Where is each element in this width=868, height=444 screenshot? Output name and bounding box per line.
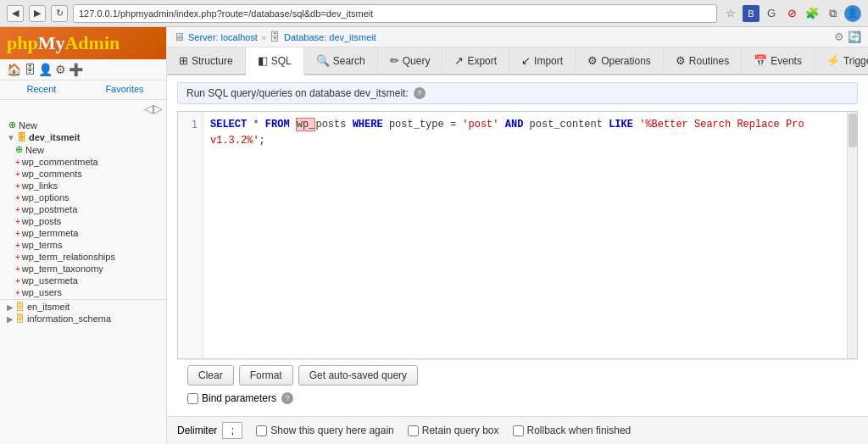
tree-item-label: dev_itsmeit xyxy=(29,132,81,142)
collapse-left-icon[interactable]: ◁ xyxy=(144,102,153,115)
tab-label: Routines xyxy=(689,55,729,67)
retain-query-option: Retain query box xyxy=(408,425,499,436)
url-bar[interactable]: 127.0.0.1/phpmyadmin/index.php?route=/da… xyxy=(73,4,717,23)
sidebar-nav-tabs: Recent Favorites xyxy=(0,80,166,100)
bind-params-help-icon[interactable]: ? xyxy=(281,392,293,404)
list-item[interactable]: + wp_users xyxy=(0,286,166,298)
tab-events[interactable]: 📅 Events xyxy=(742,47,815,74)
expand-icon: ▶ xyxy=(7,314,14,324)
tab-sql[interactable]: ◧ SQL xyxy=(246,47,304,75)
back-button[interactable]: ◀ xyxy=(7,5,24,22)
routines-icon: ⚙ xyxy=(676,54,686,67)
tree-item-label: information_schema xyxy=(27,314,111,324)
scrollbar-thumb xyxy=(849,114,857,147)
settings-icon[interactable]: ⚙ xyxy=(55,63,66,76)
user-icon-sidebar[interactable]: 👤 xyxy=(38,63,53,76)
tab-search[interactable]: 🔍 Search xyxy=(304,47,378,74)
bind-params-label: Bind parameters xyxy=(202,392,276,404)
table-name: posts xyxy=(315,119,346,130)
list-item[interactable]: + wp_termmeta xyxy=(0,227,166,239)
expand-icon: + xyxy=(15,276,20,286)
tab-triggers[interactable]: ⚡ Triggers xyxy=(815,47,868,74)
list-item[interactable]: + wp_postmeta xyxy=(0,203,166,215)
content-area: 🖥 Server: localhost » 🗄 Database: dev_it… xyxy=(167,27,868,444)
sidebar: phpMyAdmin 🏠 🗄 👤 ⚙ ➕ Recent Favorites ◁ … xyxy=(0,27,167,444)
extension-icon[interactable]: 🧩 xyxy=(804,5,821,22)
tab-import[interactable]: ↙ Import xyxy=(509,47,576,74)
list-item[interactable]: + wp_commentmeta xyxy=(0,156,166,168)
expand-icon: + xyxy=(15,181,20,191)
collapse-right-icon[interactable]: ▷ xyxy=(153,102,163,115)
list-item[interactable]: ▼ 🗄 dev_itsmeit xyxy=(0,131,166,143)
retain-query-checkbox[interactable] xyxy=(408,425,419,436)
list-item[interactable]: ▶ 🗄 en_itsmeit xyxy=(0,301,166,313)
tab-label: Structure xyxy=(192,55,233,67)
list-item[interactable]: ⊕ New xyxy=(0,119,166,131)
sql-scrollbar-vertical[interactable] xyxy=(847,112,857,358)
sql-icon: ◧ xyxy=(258,54,268,67)
tree-item-label: wp_term_taxonomy xyxy=(22,264,103,274)
refresh-icon[interactable]: 🔄 xyxy=(848,31,861,43)
tab-label: Import xyxy=(534,55,563,67)
db-icon-sidebar[interactable]: 🗄 xyxy=(24,63,36,76)
show-query-checkbox[interactable] xyxy=(256,425,267,436)
sql-code-textarea[interactable]: SELECT * FROM wp_posts WHERE post_type =… xyxy=(203,112,847,358)
expand-icon: + xyxy=(15,241,20,250)
database-icon: 🗄 xyxy=(17,132,26,142)
tab-routines[interactable]: ⚙ Routines xyxy=(664,47,742,74)
home-icon[interactable]: 🏠 xyxy=(7,63,21,76)
breadcrumb-server[interactable]: Server: localhost xyxy=(188,32,258,42)
menu-icon-b[interactable]: B xyxy=(743,5,760,22)
list-item[interactable]: + wp_term_taxonomy xyxy=(0,263,166,275)
format-button[interactable]: Format xyxy=(239,365,293,386)
list-item[interactable]: + wp_usermeta xyxy=(0,275,166,286)
help-icon[interactable]: ? xyxy=(414,87,426,99)
expand-icon: + xyxy=(15,158,20,167)
window-icon[interactable]: ⧉ xyxy=(824,5,841,22)
tab-export[interactable]: ↗ Export xyxy=(442,47,509,74)
forward-button[interactable]: ▶ xyxy=(29,5,46,22)
tab-favorites[interactable]: Favorites xyxy=(83,80,166,99)
bind-params-checkbox[interactable] xyxy=(187,393,198,404)
list-item[interactable]: ⊕ New xyxy=(0,143,166,156)
bookmark-icon[interactable]: ☆ xyxy=(722,5,739,22)
refresh-button[interactable]: ↻ xyxy=(51,5,68,22)
delimiter-label: Delimiter xyxy=(177,425,217,436)
kw-like: LIKE xyxy=(609,119,633,130)
list-item[interactable]: + wp_links xyxy=(0,180,166,191)
list-item[interactable]: + wp_terms xyxy=(0,239,166,251)
url-text: 127.0.0.1/phpmyadmin/index.php?route=/da… xyxy=(79,8,373,19)
tab-label: Triggers xyxy=(843,55,868,67)
tab-operations[interactable]: ⚙ Operations xyxy=(576,47,664,74)
get-autosaved-button[interactable]: Get auto-saved query xyxy=(298,365,418,386)
list-item[interactable]: ▶ 🗄 information_schema xyxy=(0,313,166,325)
tab-label: Operations xyxy=(601,55,651,67)
bottom-options-bar: Delimiter Show this query here again Ret… xyxy=(167,416,868,444)
resize-handle[interactable]: ↘ xyxy=(847,359,857,360)
tree-item-label: wp_users xyxy=(22,287,62,297)
list-item[interactable]: + wp_term_relationships xyxy=(0,251,166,263)
list-item[interactable]: + wp_options xyxy=(0,191,166,203)
main-layout: phpMyAdmin 🏠 🗄 👤 ⚙ ➕ Recent Favorites ◁ … xyxy=(0,27,868,444)
sql-scrollbar-horizontal[interactable]: ↘ xyxy=(178,358,857,359)
translate-icon[interactable]: G xyxy=(763,5,780,22)
browser-icons: ☆ B G ⊘ 🧩 ⧉ 👤 xyxy=(722,5,861,22)
tree-item-label: wp_term_relationships xyxy=(22,252,115,262)
delimiter-input[interactable] xyxy=(222,422,242,439)
list-item[interactable]: + wp_comments xyxy=(0,168,166,180)
breadcrumb-actions: ⚙ 🔄 xyxy=(834,31,861,43)
list-item[interactable]: + wp_posts xyxy=(0,215,166,227)
tab-structure[interactable]: ⊞ Structure xyxy=(167,47,246,74)
tab-query[interactable]: ✏ Query xyxy=(378,47,443,74)
breadcrumb-database[interactable]: Database: dev_itsmeit xyxy=(284,32,376,42)
rollback-checkbox[interactable] xyxy=(513,425,524,436)
expand-icon: + xyxy=(15,169,20,179)
user-avatar[interactable]: 👤 xyxy=(844,5,861,22)
adblock-icon[interactable]: ⊘ xyxy=(783,5,800,22)
clear-button[interactable]: Clear xyxy=(187,365,234,386)
sql-editor-area: Run SQL query/queries on database dev_it… xyxy=(167,75,868,416)
db-breadcrumb-icon: 🗄 xyxy=(270,31,281,43)
settings-icon[interactable]: ⚙ xyxy=(834,31,844,43)
plus-icon[interactable]: ➕ xyxy=(69,63,83,76)
tab-recent[interactable]: Recent xyxy=(0,80,83,99)
